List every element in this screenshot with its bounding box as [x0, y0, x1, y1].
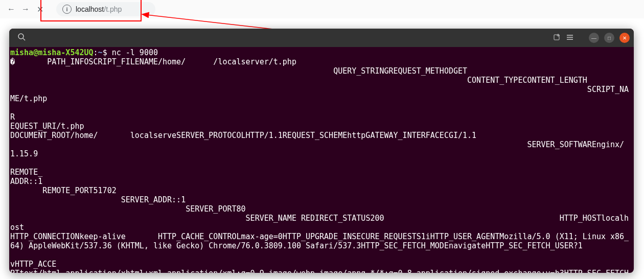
prompt-user: misha@misha-X542UQ	[10, 48, 94, 57]
forward-button[interactable]: →	[19, 3, 32, 15]
url-path: /t.php	[104, 5, 122, 13]
close-button[interactable]: ✕	[619, 33, 630, 43]
site-info-icon[interactable]: i	[62, 5, 72, 14]
back-button[interactable]: ←	[5, 3, 17, 15]
terminal-output: � PATH_INFOSCRIPT_FILENAME/home/ /locals…	[10, 57, 634, 273]
stop-button[interactable]: ✕	[34, 3, 46, 15]
menu-icon[interactable]	[566, 34, 573, 42]
terminal-window: — □ ✕ misha@misha-X542UQ:~$ nc -l 9000 �…	[9, 29, 634, 273]
new-tab-icon[interactable]	[553, 33, 561, 43]
svg-line-4	[23, 38, 25, 40]
browser-toolbar: ← → ✕ i localhost/t.php	[0, 0, 644, 19]
url-host: localhost	[76, 5, 104, 13]
command-text: nc -l 9000	[112, 48, 158, 57]
search-icon[interactable]	[17, 33, 26, 43]
maximize-button[interactable]: □	[604, 33, 614, 43]
minimize-button[interactable]: —	[589, 33, 599, 43]
terminal-body[interactable]: misha@misha-X542UQ:~$ nc -l 9000 � PATH_…	[9, 47, 634, 273]
terminal-titlebar[interactable]: — □ ✕	[9, 29, 634, 47]
address-bar[interactable]: i localhost/t.php	[56, 2, 155, 16]
svg-point-3	[18, 34, 24, 39]
prompt-sep: :	[94, 48, 98, 57]
prompt-path: ~	[98, 48, 103, 57]
prompt-dollar: $	[103, 48, 107, 57]
